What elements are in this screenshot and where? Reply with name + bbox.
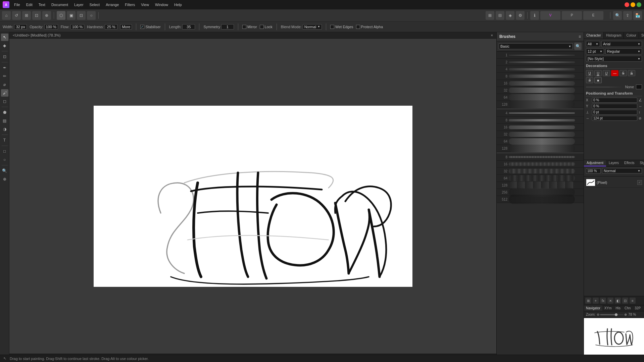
zoom-out-icon[interactable]: ⊖ xyxy=(597,313,599,316)
menu-layer[interactable]: Layer xyxy=(71,2,86,7)
deco-strikethrough3-btn[interactable]: S xyxy=(586,77,593,83)
hardness-input[interactable]: 25 % xyxy=(105,24,117,30)
maximize-button[interactable] xyxy=(637,2,641,7)
deco-strikethrough-btn[interactable]: S xyxy=(620,70,627,76)
brush-preset-8[interactable]: 128 xyxy=(497,101,584,108)
minimize-button[interactable] xyxy=(631,2,635,7)
view-grid-icon[interactable]: ⊞ xyxy=(486,11,494,20)
brush-preset-2[interactable]: 2 xyxy=(497,59,584,66)
brush-preset-5[interactable]: 16 xyxy=(497,80,584,87)
menu-filters[interactable]: Filters xyxy=(122,2,138,7)
font-family-select[interactable]: Arial▼ xyxy=(601,41,642,47)
tab-his[interactable]: His xyxy=(613,305,622,311)
menu-view[interactable]: View xyxy=(138,2,152,7)
menu-edit[interactable]: Edit xyxy=(23,2,35,7)
brush-category-select[interactable]: Basic▼ xyxy=(499,43,573,49)
menu-file[interactable]: File xyxy=(11,2,23,7)
add-layer-icon[interactable]: + xyxy=(593,298,599,304)
brush-preset-21[interactable]: 512 xyxy=(497,196,584,203)
canvas-close-icon[interactable]: × xyxy=(491,33,493,37)
layer-blend-select[interactable]: Normal▼ xyxy=(602,168,642,173)
delete-layer-icon[interactable]: ✕ xyxy=(607,298,613,304)
transform-tool[interactable]: ⊕ xyxy=(1,175,8,183)
more-layers-icon[interactable]: ≡ xyxy=(630,298,636,304)
brushes-panel-icon[interactable]: ≡ xyxy=(579,34,581,39)
pixel-mode-icon[interactable]: P xyxy=(562,11,582,20)
gradient-tool[interactable]: ▤ xyxy=(1,117,8,124)
add-icon[interactable]: ⊕ xyxy=(42,11,51,20)
length-input[interactable]: 35 xyxy=(182,24,195,30)
snapping-icon[interactable]: ⊟ xyxy=(496,11,504,20)
scroll-right-btn[interactable]: ▶ xyxy=(488,354,495,355)
navigator-preview[interactable] xyxy=(584,318,644,355)
deco-color-btn[interactable]: — xyxy=(611,70,618,76)
tab-layers[interactable]: Layers xyxy=(606,160,622,166)
home-icon[interactable]: ⌂ xyxy=(2,11,11,20)
brush-preset-16[interactable]: 16 xyxy=(497,161,584,168)
store-icon[interactable]: 🏪 xyxy=(633,11,642,20)
info-icon[interactable]: ℹ xyxy=(530,11,539,20)
tab-colour[interactable]: Colour xyxy=(624,32,639,39)
tab-effects[interactable]: Effects xyxy=(622,160,637,166)
layer-visibility-check[interactable]: ✓ xyxy=(637,180,642,185)
zoom-tool[interactable]: 🔍 xyxy=(1,167,8,174)
brush-preset-14[interactable]: 128 xyxy=(497,145,584,152)
paint-brush-tool[interactable]: 🖌 xyxy=(1,89,8,97)
menu-help[interactable]: Help xyxy=(171,2,185,7)
brush-preset-1[interactable]: 1 xyxy=(497,52,584,59)
deco-underline-btn[interactable]: U xyxy=(586,70,593,76)
brush-preset-12[interactable]: 32 xyxy=(497,131,584,138)
layer-opacity-input[interactable] xyxy=(586,168,601,173)
eraser-tool[interactable]: ◻ xyxy=(1,98,8,105)
mirror-checkbox[interactable] xyxy=(242,25,246,29)
brush-preset-11[interactable]: 16 xyxy=(497,124,584,131)
mask-icon[interactable]: ◧ xyxy=(615,298,621,304)
canvas-wrapper[interactable] xyxy=(9,39,496,354)
fill-tool[interactable]: ⬟ xyxy=(1,109,8,116)
wet-edges-checkbox[interactable] xyxy=(330,25,334,29)
search-icon[interactable]: 🔍 xyxy=(613,11,622,20)
tab-chn[interactable]: Chn xyxy=(623,305,633,311)
baseline-input[interactable] xyxy=(592,110,637,115)
ellipse-shape-tool[interactable]: ○ xyxy=(1,156,8,163)
brush-preset-7[interactable]: 64 xyxy=(497,94,584,101)
flow-input[interactable]: 100 % xyxy=(70,24,84,30)
symmetry-input[interactable]: 1 xyxy=(221,24,234,30)
menu-select[interactable]: Select xyxy=(87,2,103,7)
share-icon[interactable]: ⇪ xyxy=(623,11,632,20)
protect-alpha-checkbox[interactable] xyxy=(356,25,360,29)
tab-navigator[interactable]: Navigator xyxy=(584,305,602,311)
tab-xym[interactable]: XYm xyxy=(602,305,614,311)
transparency-tool[interactable]: ◑ xyxy=(1,125,8,133)
brush-preset-15[interactable]: 8 xyxy=(497,154,584,161)
brush-preset-9[interactable]: 4 xyxy=(497,110,584,117)
brush-presets-list[interactable]: 1 2 4 8 16 32 xyxy=(497,52,584,355)
protect-alpha-check[interactable]: Protect Alpha xyxy=(356,25,383,29)
canvas[interactable] xyxy=(94,106,412,287)
vector-mode-icon[interactable]: V xyxy=(540,11,560,20)
scroll-left-btn[interactable]: ◀ xyxy=(11,354,17,355)
crop-tool[interactable]: ⊡ xyxy=(1,53,8,60)
brush-preset-17[interactable]: 32 xyxy=(497,168,584,175)
tab-styles[interactable]: Styles xyxy=(637,160,644,166)
menu-arrange[interactable]: Arrange xyxy=(103,2,121,7)
font-style-select[interactable]: [No Style]▼ xyxy=(586,56,642,62)
rect-shape-tool[interactable]: □ xyxy=(1,148,8,155)
stabiliser-check[interactable]: ✓ Stabiliser xyxy=(140,25,160,29)
deco-color-swatch-btn[interactable]: ■ xyxy=(594,77,602,83)
node-tool[interactable]: ◆ xyxy=(1,42,8,49)
settings-icon[interactable]: ⚙ xyxy=(516,11,525,20)
undo-icon[interactable]: ↺ xyxy=(12,11,21,20)
select-circle-icon[interactable]: ○ xyxy=(87,11,96,20)
tab-swatches[interactable]: Swatches xyxy=(639,32,644,39)
brush-preset-3[interactable]: 4 xyxy=(497,66,584,73)
width-input[interactable]: 32 px xyxy=(14,24,27,30)
layer-item[interactable]: (Pixel) ✓ xyxy=(585,178,643,188)
deco-underline2-btn[interactable]: U xyxy=(594,70,602,76)
grid-icon[interactable]: ⊞ xyxy=(22,11,31,20)
history-icon[interactable]: ◈ xyxy=(506,11,514,20)
move-icon[interactable]: ⬡ xyxy=(57,11,65,20)
lock-check[interactable]: Lock xyxy=(260,25,273,29)
deco-strikethrough2-btn[interactable]: S xyxy=(628,70,635,76)
horizontal-scrollbar[interactable]: ◀ ▶ xyxy=(9,354,496,355)
